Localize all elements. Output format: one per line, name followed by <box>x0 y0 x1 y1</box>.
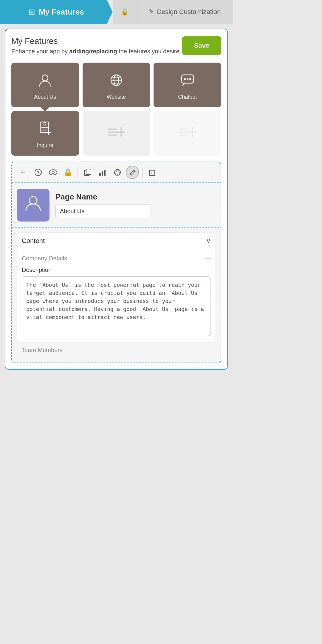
page-name-label: Page Name <box>55 192 216 202</box>
svg-point-49 <box>29 196 37 204</box>
toolbar: ← ? 🔒 <box>12 162 221 183</box>
trash-button[interactable] <box>145 166 159 179</box>
card-subtitle: Enhance your app by adding/replacing the… <box>11 47 179 55</box>
tab-design-customization[interactable]: ✎ Design Customization <box>137 0 233 24</box>
grid-icon: ⊞ <box>29 7 35 17</box>
toolbar-separator-2 <box>142 168 143 177</box>
page-name-right: Page Name <box>55 192 216 218</box>
svg-point-41 <box>117 174 118 175</box>
team-members-label: Team Members <box>21 347 63 353</box>
chevron-down-icon: ∨ <box>206 237 211 245</box>
preview-button[interactable] <box>47 166 60 179</box>
subtitle-plain: Enhance your app by <box>11 48 69 55</box>
feature-label-inquire: Inquire <box>37 142 53 148</box>
content-toggle[interactable]: Content ∨ <box>17 233 216 249</box>
toolbar-separator-1 <box>78 168 78 177</box>
help-button[interactable]: ? <box>32 166 45 179</box>
svg-rect-36 <box>104 170 106 176</box>
feature-label-chatbot: Chatbot <box>178 94 197 100</box>
svg-text:?: ? <box>37 170 40 175</box>
svg-point-11 <box>43 122 46 125</box>
description-textarea[interactable]: The 'About Us' is the most powerful page… <box>22 276 211 336</box>
content-toggle-label: Content <box>22 237 45 245</box>
svg-point-29 <box>49 170 57 175</box>
tab-design-label: Design Customization <box>157 8 221 16</box>
top-nav: ⊞ My Features 🔒 ✎ Design Customization <box>0 0 233 24</box>
svg-rect-34 <box>99 173 101 176</box>
subtitle-bold: adding/replacing <box>69 48 117 55</box>
svg-point-39 <box>118 170 119 171</box>
avatar-person-icon <box>24 194 42 216</box>
save-button[interactable]: Save <box>182 36 221 55</box>
feature-tile-add-1[interactable] <box>83 111 150 156</box>
chat-icon <box>180 72 195 91</box>
feature-grid: About Us Website <box>11 63 221 156</box>
page-name-input[interactable] <box>55 205 151 218</box>
palette-button[interactable] <box>111 166 124 179</box>
add-icon-2 <box>179 126 196 141</box>
chart-button[interactable] <box>96 166 109 179</box>
svg-rect-35 <box>102 171 103 176</box>
company-details-header: Company Details — <box>22 254 211 262</box>
main-card: My Features Enhance your app by adding/r… <box>5 29 228 370</box>
feature-tile-chatbot[interactable]: Chatbot <box>154 63 221 107</box>
collapse-icon[interactable]: — <box>204 254 211 262</box>
lock-icon: 🔒 <box>121 8 129 16</box>
edit-button[interactable] <box>126 166 139 179</box>
svg-point-42 <box>115 173 116 174</box>
copy-button[interactable] <box>81 166 94 179</box>
svg-point-7 <box>184 78 186 80</box>
svg-point-38 <box>116 171 117 172</box>
card-header: My Features Enhance your app by adding/r… <box>11 36 221 55</box>
edit-icon-nav: ✎ <box>148 8 154 16</box>
svg-point-30 <box>52 171 54 174</box>
company-details: Company Details — Description The 'About… <box>17 249 216 342</box>
svg-rect-44 <box>149 170 155 176</box>
feature-label-website: Website <box>107 94 126 100</box>
back-button[interactable]: ← <box>17 166 30 179</box>
card-title: My Features <box>11 36 179 46</box>
tab-my-features-label: My Features <box>39 7 84 17</box>
card-header-text: My Features Enhance your app by adding/r… <box>11 36 179 55</box>
edit-panel: ← ? 🔒 <box>11 162 221 363</box>
content-section: Content ∨ Company Details — Description … <box>12 228 221 363</box>
company-details-title: Company Details <box>22 255 67 262</box>
globe-icon <box>109 72 124 91</box>
svg-point-9 <box>189 78 191 80</box>
page-name-section: Page Name <box>12 183 221 228</box>
team-members-section: Team Members <box>17 342 216 358</box>
add-icon-1 <box>107 126 125 141</box>
svg-point-40 <box>119 172 120 174</box>
feature-label-about-us: About Us <box>34 94 56 100</box>
subtitle-rest: the features you desire <box>117 48 179 55</box>
page-avatar <box>17 189 49 222</box>
feature-tile-about-us[interactable]: About Us <box>11 63 79 107</box>
svg-point-8 <box>187 78 188 80</box>
feature-tile-inquire[interactable]: Inquire <box>11 111 79 156</box>
person-icon <box>37 72 53 91</box>
svg-rect-32 <box>86 169 91 174</box>
lock-button[interactable]: 🔒 <box>61 166 75 179</box>
svg-point-0 <box>42 75 48 81</box>
feature-tile-add-2 <box>154 111 221 156</box>
tab-lock: 🔒 <box>113 0 137 24</box>
feature-tile-website[interactable]: Website <box>83 63 150 107</box>
tab-my-features[interactable]: ⊞ My Features <box>0 0 113 24</box>
doc-icon <box>37 121 53 139</box>
description-label: Description <box>22 267 211 273</box>
